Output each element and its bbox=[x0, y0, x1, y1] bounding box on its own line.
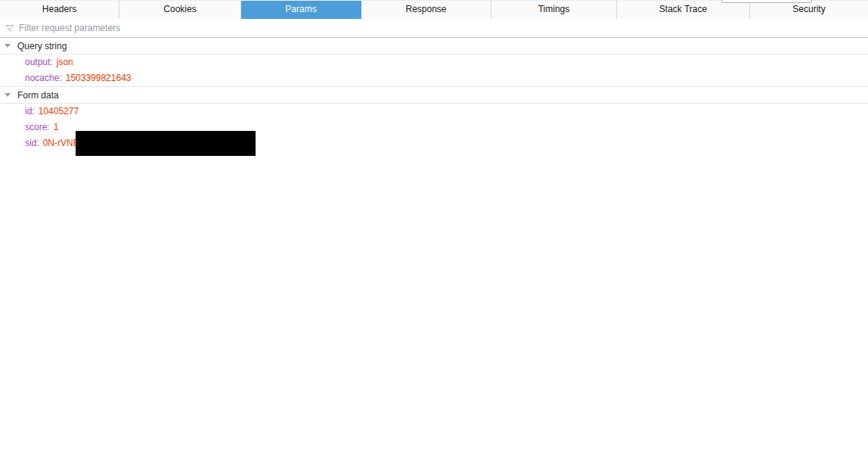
param-key: id bbox=[25, 106, 35, 117]
param-row[interactable]: outputjson bbox=[0, 54, 868, 70]
clipped-toolbar-input[interactable] bbox=[721, 0, 812, 3]
param-key: score bbox=[25, 122, 50, 132]
tab-response[interactable]: Response bbox=[361, 1, 491, 19]
tab-timings[interactable]: Timings bbox=[491, 1, 617, 19]
param-key: sid bbox=[25, 138, 39, 148]
filter-row bbox=[0, 19, 868, 38]
param-value: json bbox=[57, 57, 73, 67]
section-title: Query string bbox=[17, 41, 67, 51]
form-data-header[interactable]: Form data bbox=[0, 86, 868, 104]
param-value: 1 bbox=[54, 122, 59, 132]
redaction-box bbox=[76, 131, 256, 156]
tab-security[interactable]: Security bbox=[750, 1, 868, 19]
tab-headers[interactable]: Headers bbox=[0, 1, 119, 19]
tab-stack-trace[interactable]: Stack Trace bbox=[617, 1, 750, 19]
chevron-down-icon bbox=[5, 44, 11, 48]
param-value: 10405277 bbox=[39, 106, 79, 117]
param-value: 1503399821643 bbox=[66, 73, 132, 83]
funnel-icon bbox=[5, 23, 14, 33]
network-details-panel: Headers Cookies Params Response Timings … bbox=[0, 0, 868, 454]
param-row[interactable]: nocache1503399821643 bbox=[0, 70, 868, 86]
filter-request-parameters-input[interactable] bbox=[19, 23, 868, 33]
section-title: Form data bbox=[17, 90, 59, 101]
param-key: output bbox=[25, 57, 53, 67]
section-query-string: Query string outputjson nocache150339982… bbox=[0, 38, 868, 86]
param-key: nocache bbox=[25, 73, 62, 83]
chevron-down-icon bbox=[5, 93, 11, 97]
param-row[interactable]: id10405277 bbox=[0, 104, 868, 120]
param-value: 0N-rVNE bbox=[43, 138, 79, 148]
tab-params[interactable]: Params bbox=[241, 1, 361, 19]
tab-cookies[interactable]: Cookies bbox=[119, 1, 241, 19]
query-string-header[interactable]: Query string bbox=[0, 38, 868, 54]
